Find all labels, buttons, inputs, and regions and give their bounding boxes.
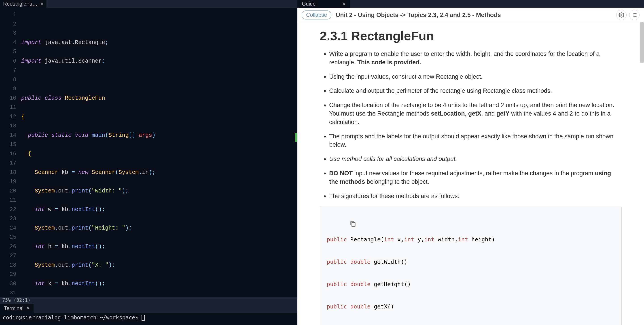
- guide-tab[interactable]: Guide ×: [298, 0, 350, 8]
- guide-tab-bar: Guide ×: [298, 0, 644, 8]
- breadcrumb: Unit 2 - Using Objects -> Topics 2.3, 2.…: [336, 12, 612, 18]
- guide-header: Collapse Unit 2 - Using Objects -> Topic…: [298, 8, 644, 22]
- list-item: Use method calls for all calculations an…: [329, 155, 622, 163]
- code-content[interactable]: import java.awt.Rectangle; import java.u…: [21, 8, 297, 297]
- guide-content[interactable]: 2.3.1 RectangleFun Write a program to en…: [298, 22, 644, 325]
- scrollbar-thumb[interactable]: [640, 22, 644, 63]
- terminal-prompt: codio@sierradialog-limbomatch:~/workspac…: [3, 315, 142, 321]
- line-gutter: 1234567891011121314151617181920212223242…: [0, 8, 21, 297]
- list-item: DO NOT input new values for these requir…: [329, 169, 622, 186]
- tab-label: Guide: [302, 1, 316, 7]
- gear-icon[interactable]: [616, 10, 626, 20]
- list-item: The signatures for these methods are as …: [329, 192, 622, 201]
- editor-tab-rectanglefun[interactable]: RectangleFu… ×: [0, 0, 47, 8]
- editor-status-bar: 75% (32:1): [0, 297, 297, 304]
- list-item: Change the location of the rectangle to …: [329, 101, 622, 126]
- collapse-button[interactable]: Collapse: [302, 10, 331, 19]
- list-item: Calculate and output the perimeter of th…: [329, 87, 622, 95]
- terminal[interactable]: codio@sierradialog-limbomatch:~/workspac…: [0, 313, 297, 325]
- list-icon[interactable]: [629, 10, 640, 20]
- code-editor[interactable]: 1234567891011121314151617181920212223242…: [0, 8, 297, 297]
- guide-panel: Guide × Collapse Unit 2 - Using Objects …: [298, 0, 644, 325]
- signature-code-block: public Rectangle(int x,int y,int width,i…: [320, 206, 622, 325]
- editor-panel: RectangleFu… × 1234567891011121314151617…: [0, 0, 298, 325]
- terminal-tab[interactable]: Terminal ×: [0, 304, 34, 313]
- close-icon[interactable]: ×: [40, 1, 44, 7]
- tab-label: Terminal: [4, 305, 24, 311]
- editor-tab-bar: RectangleFu… ×: [0, 0, 297, 8]
- page-title: 2.3.1 RectangleFun: [320, 29, 622, 43]
- header-icons: [616, 10, 640, 20]
- minimap-marker: [295, 133, 297, 142]
- cursor-icon: [142, 315, 145, 321]
- instruction-list: Write a program to enable the user to en…: [320, 50, 622, 200]
- status-text: 75% (32:1): [2, 298, 30, 303]
- list-item: The prompts and the labels for the outpu…: [329, 132, 622, 149]
- clipboard-icon[interactable]: [323, 209, 330, 215]
- list-item: Using the input values, construct a new …: [329, 73, 622, 81]
- close-icon[interactable]: ×: [342, 1, 345, 7]
- scrollbar[interactable]: [640, 22, 644, 325]
- list-item: Write a program to enable the user to en…: [329, 50, 622, 67]
- tab-label: RectangleFu…: [3, 1, 37, 7]
- close-icon[interactable]: ×: [26, 305, 30, 311]
- terminal-tab-bar: Terminal ×: [0, 304, 297, 313]
- svg-point-0: [621, 14, 622, 16]
